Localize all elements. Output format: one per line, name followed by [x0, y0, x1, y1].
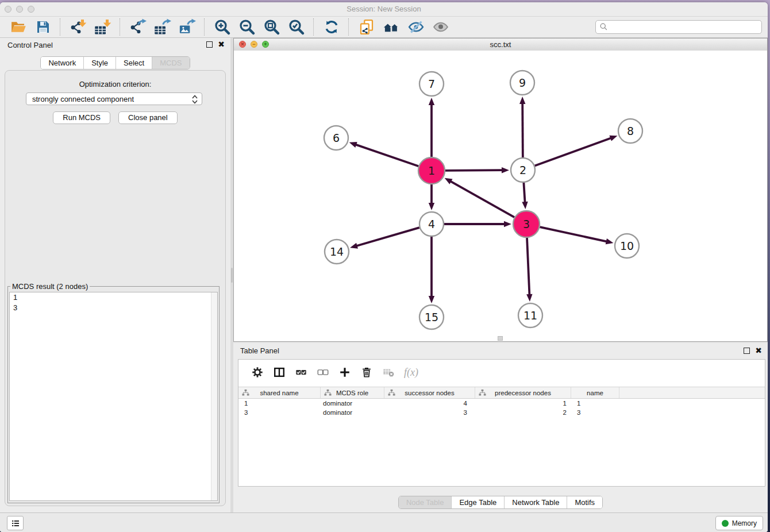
graph-edge-3-11[interactable] — [527, 238, 529, 295]
graph-node-3[interactable]: 3 — [513, 211, 540, 237]
deselect-all-icon[interactable] — [315, 365, 330, 380]
table-cell[interactable]: dominator — [321, 399, 384, 408]
graph-svg[interactable]: 7968124314101511 — [234, 51, 767, 341]
column-header-name[interactable]: name — [571, 387, 619, 398]
network-canvas[interactable]: 7968124314101511 — [234, 51, 767, 341]
graph-edge-1-2[interactable] — [445, 170, 503, 171]
column-header-MCDS-role[interactable]: MCDS role — [321, 387, 384, 398]
optimization-dropdown[interactable]: strongly connected component — [26, 92, 202, 105]
graph-edge-2-3[interactable] — [523, 183, 525, 203]
svg-text:7: 7 — [428, 78, 435, 90]
search-input[interactable] — [595, 20, 762, 34]
graph-node-6[interactable]: 6 — [324, 126, 348, 150]
graph-node-15[interactable]: 15 — [419, 305, 444, 329]
import-table-icon[interactable] — [93, 18, 112, 36]
column-header-predecessor-nodes[interactable]: predecessor nodes — [475, 387, 571, 398]
zoom-in-icon[interactable] — [213, 18, 232, 36]
svg-text:4: 4 — [428, 218, 435, 230]
graph-edge-3-1[interactable] — [450, 181, 514, 217]
table-cell[interactable]: 3 — [238, 408, 321, 417]
edge-arrowhead — [522, 202, 528, 209]
table-cell[interactable]: 1 — [571, 399, 619, 408]
graph-edge-2-8[interactable] — [535, 138, 611, 166]
zoom-selected-icon[interactable] — [287, 18, 306, 36]
zoom-fit-icon[interactable] — [262, 18, 281, 36]
tab-network[interactable]: Network — [41, 57, 83, 69]
copy-network-icon[interactable] — [357, 18, 376, 36]
edge-arrowhead — [526, 294, 532, 302]
mcds-result-title: MCDS result (2 nodes) — [10, 282, 90, 291]
hide-selected-icon[interactable] — [406, 18, 425, 36]
toolbar-separator — [204, 18, 205, 36]
table-cell[interactable]: 1 — [238, 399, 321, 408]
table-row[interactable]: 1dominator411 — [238, 399, 765, 408]
graph-node-8[interactable]: 8 — [618, 119, 642, 143]
close-table-panel-icon[interactable]: ✖ — [755, 348, 762, 354]
run-mcds-button[interactable]: Run MCDS — [53, 111, 110, 124]
application-window: Session: New Session Control Panel ✖ Net… — [0, 2, 768, 532]
tab-mcds[interactable]: MCDS — [152, 57, 189, 69]
close-panel-icon[interactable]: ✖ — [218, 41, 225, 48]
table-cell[interactable]: 3 — [571, 408, 619, 417]
float-table-panel-icon[interactable] — [744, 348, 750, 354]
graph-node-2[interactable]: 2 — [511, 158, 535, 182]
tab-edge-table[interactable]: Edge Table — [451, 496, 504, 508]
apply-layout-icon[interactable] — [322, 18, 341, 36]
graph-edge-1-6[interactable] — [355, 144, 418, 166]
export-table-icon[interactable] — [153, 18, 172, 36]
save-session-icon[interactable] — [33, 18, 52, 36]
float-panel-icon[interactable] — [206, 41, 213, 48]
mcds-result-list[interactable]: 13 — [9, 292, 218, 501]
result-scrollbar[interactable] — [211, 292, 217, 500]
first-neighbors-icon[interactable] — [382, 18, 401, 36]
toolbar-separator — [60, 18, 61, 36]
graph-node-4[interactable]: 4 — [419, 212, 444, 236]
graph-node-1[interactable]: 1 — [418, 157, 445, 184]
table-cell[interactable]: dominator — [321, 408, 384, 417]
edge-arrowhead — [502, 167, 509, 173]
export-network-icon[interactable] — [128, 18, 147, 36]
graph-edge-4-14[interactable] — [356, 228, 419, 246]
window-title: Session: New Session — [0, 5, 768, 13]
table-cell[interactable]: 3 — [384, 408, 475, 417]
export-image-icon[interactable] — [178, 18, 197, 36]
split-columns-icon[interactable] — [272, 365, 287, 380]
gear-icon[interactable] — [250, 365, 265, 380]
memory-button[interactable]: Memory — [715, 516, 763, 530]
select-all-icon[interactable] — [294, 365, 309, 380]
add-column-icon[interactable] — [337, 365, 352, 380]
svg-text:8: 8 — [627, 125, 634, 137]
zoom-out-icon[interactable] — [237, 18, 256, 36]
table-cell[interactable]: 4 — [384, 399, 475, 408]
tab-select[interactable]: Select — [116, 57, 152, 69]
graph-node-10[interactable]: 10 — [615, 234, 639, 258]
graph-node-9[interactable]: 9 — [510, 71, 534, 95]
svg-text:6: 6 — [333, 132, 340, 144]
task-history-button[interactable] — [7, 516, 24, 530]
graph-node-14[interactable]: 14 — [325, 240, 349, 264]
mcds-result-group: MCDS result (2 nodes) 13 — [7, 282, 220, 503]
tab-motifs[interactable]: Motifs — [567, 496, 602, 508]
mcds-result-node: 3 — [10, 303, 217, 313]
graph-node-7[interactable]: 7 — [419, 72, 444, 96]
graph-edge-2-9[interactable] — [522, 103, 523, 157]
tab-style[interactable]: Style — [83, 57, 116, 69]
canvas-resize-grip[interactable] — [498, 336, 503, 341]
table-cell[interactable]: 2 — [475, 408, 571, 417]
tab-node-table[interactable]: Node Table — [399, 496, 452, 508]
column-header-shared-name[interactable]: shared name — [238, 387, 321, 398]
table-row[interactable]: 3dominator323 — [238, 408, 765, 417]
graph-edge-3-10[interactable] — [540, 227, 607, 241]
open-file-icon[interactable] — [9, 18, 28, 36]
delete-column-icon[interactable] — [359, 365, 374, 380]
search-box — [595, 20, 762, 34]
edge-arrowhead — [350, 243, 358, 249]
table-cell[interactable]: 1 — [475, 399, 571, 408]
show-all-icon[interactable] — [431, 18, 450, 36]
graph-node-11[interactable]: 11 — [518, 303, 542, 327]
close-panel-button[interactable]: Close panel — [118, 111, 178, 124]
tab-network-table[interactable]: Network Table — [504, 496, 567, 508]
function-builder-icon: f(x) — [404, 367, 418, 379]
column-header-successor-nodes[interactable]: successor nodes — [384, 387, 475, 398]
import-network-icon[interactable] — [68, 18, 87, 36]
